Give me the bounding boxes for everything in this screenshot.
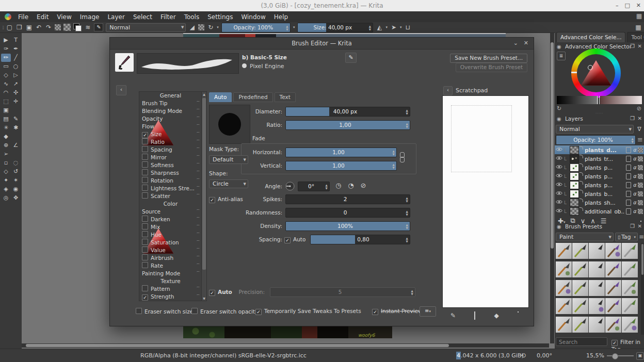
link-hv-icon[interactable] xyxy=(400,152,405,162)
menu-view[interactable]: View xyxy=(53,13,75,21)
visibility-icon[interactable] xyxy=(556,155,562,162)
option-source[interactable]: Source⌒ xyxy=(139,208,206,216)
alpha-lock-icon[interactable]: α xyxy=(633,182,636,188)
vertical-spin[interactable]: ▲▼ xyxy=(391,162,396,170)
crop-tool-icon[interactable]: ▣ xyxy=(1,106,11,114)
brush-preset-thumbnail[interactable] xyxy=(622,243,638,259)
inherit-alpha-icon[interactable] xyxy=(638,156,643,161)
layer-row[interactable]: Lplants_d...α xyxy=(555,145,644,154)
horizontal-spin[interactable]: ▲▼ xyxy=(391,149,396,156)
layer-thumbnail[interactable] xyxy=(570,163,579,172)
option-saturation[interactable]: Saturation⌒ xyxy=(139,239,206,246)
dynamic-brush-tool-icon[interactable]: ◠ xyxy=(1,89,11,97)
option-value[interactable]: Value⌒ xyxy=(139,246,206,254)
window-titlebar[interactable]: (3,0 GiB) - [cozy_tenement.kra] — Krita … xyxy=(0,0,644,11)
inherit-alpha-icon[interactable] xyxy=(638,209,643,214)
density-spin[interactable]: ▲▼ xyxy=(405,222,409,230)
mask-type-select[interactable]: Default▼ xyxy=(209,155,248,164)
chevron-down-icon[interactable]: ▾ xyxy=(400,25,402,29)
pan-tool-icon[interactable]: ✥ xyxy=(11,194,21,202)
scratchpad-canvas[interactable] xyxy=(442,95,529,308)
menu-help[interactable]: Help xyxy=(270,13,292,21)
layer-name[interactable]: plants_d... xyxy=(585,147,624,153)
chevron-down-icon[interactable]: ▾ xyxy=(217,25,219,29)
brush-preset-thumbnail[interactable] xyxy=(572,261,588,277)
freehand-path-tool-icon[interactable]: ➚ xyxy=(11,80,21,88)
lock-icon[interactable] xyxy=(626,200,631,206)
disable-icon[interactable]: ⊘ xyxy=(637,105,641,112)
mirror-horizontal-icon[interactable]: ◭ xyxy=(376,23,383,32)
menu-tools[interactable]: Tools xyxy=(180,13,204,21)
brush-preset-thumbnail[interactable] xyxy=(605,261,621,277)
brush-preset-thumbnail[interactable] xyxy=(556,261,572,277)
new-document-icon[interactable]: ▢ xyxy=(6,23,13,32)
brush-preset-thumbnail[interactable] xyxy=(589,243,605,259)
menu-settings[interactable]: Settings xyxy=(203,13,237,21)
brush-preset-thumbnail[interactable] xyxy=(572,298,588,314)
brush-preset-thumbnail[interactable] xyxy=(589,280,605,296)
brush-preset-thumbnail[interactable] xyxy=(605,298,621,314)
lock-icon[interactable] xyxy=(626,164,631,171)
eraser-switch-size-checkbox[interactable]: Eraser switch size xyxy=(136,308,193,315)
option-strength[interactable]: Strength⌒ xyxy=(139,293,206,301)
layer-row[interactable]: Lplants_p...α xyxy=(555,163,644,172)
polyline-tool-icon[interactable]: ▷ xyxy=(11,71,21,79)
visibility-icon[interactable] xyxy=(556,164,562,171)
diameter-slider[interactable]: 40,00 px ▲▼ xyxy=(285,107,410,117)
brush-preset-thumbnail[interactable] xyxy=(589,317,605,333)
vertical-scrollbar-thumb[interactable] xyxy=(551,42,554,249)
maximize-icon[interactable]: □ xyxy=(624,0,630,11)
brush-preset-thumbnail[interactable] xyxy=(556,280,572,296)
reload-preset-icon[interactable]: ↻ xyxy=(207,23,214,32)
line-tool-icon[interactable]: ╱ xyxy=(11,54,21,62)
layer-name[interactable]: plants_tr... xyxy=(585,156,624,162)
option-ratio[interactable]: Ratio⌒ xyxy=(139,138,206,146)
density-slider[interactable]: 100% ▲▼ xyxy=(285,221,410,231)
preserve-alpha-icon[interactable] xyxy=(198,24,204,30)
inherit-alpha-icon[interactable] xyxy=(638,174,643,179)
angle-dial[interactable] xyxy=(285,182,295,191)
option-mirror[interactable]: Mirror⌒ xyxy=(139,154,206,161)
ellipse-tool-icon[interactable]: ○ xyxy=(11,62,21,71)
gradient-chooser-icon[interactable] xyxy=(55,24,61,30)
fg-bg-color-icon[interactable] xyxy=(73,23,82,31)
rect-select-tool-icon[interactable]: ▫ xyxy=(1,159,11,167)
docker-splitter[interactable]: ⸱⸱⸱⸱⸱ xyxy=(555,112,644,115)
vertical-fade-slider[interactable]: 1,00 ▲▼ xyxy=(285,161,397,171)
save-document-icon[interactable]: ▣ xyxy=(25,23,33,32)
option-brush-tip[interactable]: Brush Tip⌒ xyxy=(139,100,206,107)
layer-name[interactable]: plants_p... xyxy=(585,182,624,188)
eraser-mode-icon[interactable]: ◢ xyxy=(188,23,196,32)
ratio-spin[interactable]: ▲▼ xyxy=(405,121,409,129)
layer-blending-select[interactable]: Normal▼ xyxy=(556,125,634,134)
visibility-icon[interactable] xyxy=(556,190,562,197)
layers-menu-icon[interactable]: ≡ xyxy=(637,136,643,143)
opacity-slider[interactable]: Opacity: 100% ▲▼ xyxy=(221,23,291,32)
lock-icon[interactable] xyxy=(626,182,631,188)
options-scrollbar-thumb[interactable] xyxy=(202,98,206,270)
option-texture[interactable]: ▼Texture xyxy=(139,277,206,285)
option-pattern[interactable]: Pattern⌒ xyxy=(139,285,206,293)
brush-preset-thumbnail[interactable] xyxy=(556,298,572,314)
lock-icon[interactable] xyxy=(626,191,631,197)
canvas-only-icon[interactable]: ▣ xyxy=(636,352,644,360)
poly-select-tool-icon[interactable]: ◇ xyxy=(1,168,11,176)
reference-images-tool-icon[interactable]: ➢ xyxy=(1,150,11,158)
alpha-lock-icon[interactable]: α xyxy=(633,147,636,153)
colorize-mask-tool-icon[interactable]: ✳ xyxy=(1,124,11,132)
angle-spinbox[interactable]: 0° ▲▼ xyxy=(298,182,330,191)
layer-thumbnail[interactable] xyxy=(570,155,579,163)
magnetic-select-tool-icon[interactable]: ◉ xyxy=(11,185,21,193)
rename-preset-button[interactable]: ✎ xyxy=(345,53,357,63)
lock-icon[interactable] xyxy=(626,173,631,179)
angle-quarter-icon[interactable]: ◔ xyxy=(346,181,356,190)
option-flow[interactable]: Flow⌒ xyxy=(139,123,206,130)
scratchpad-fill-icon[interactable]: ◆ xyxy=(492,311,501,320)
docker-toggle-icon[interactable]: ▦ xyxy=(636,12,642,20)
detach-icon[interactable]: ⌄ xyxy=(513,38,518,49)
scratchpad-gradient-icon[interactable] xyxy=(471,311,479,320)
multibrush-tool-icon[interactable]: ✣ xyxy=(11,89,21,97)
tab-predefined[interactable]: Predefined xyxy=(233,92,272,102)
tab-auto[interactable]: Auto xyxy=(209,92,232,102)
ratio-slider[interactable]: 1,00 ▲▼ xyxy=(285,120,410,130)
